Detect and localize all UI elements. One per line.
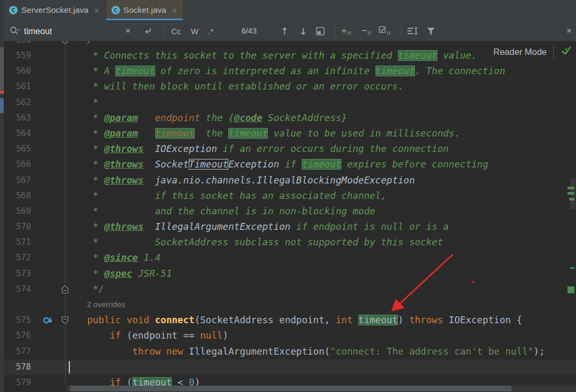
code-line-563[interactable]: 563 * @param endpoint the {@code SocketA… xyxy=(0,110,576,126)
line-number: 559 xyxy=(0,48,31,63)
code-line-561[interactable]: 561 * will then block until established … xyxy=(0,79,576,94)
line-number: 574 xyxy=(0,282,31,297)
code-text: * @throws IllegalArgumentException if en… xyxy=(65,219,449,235)
tab-close-icon[interactable]: × xyxy=(94,6,99,15)
search-options-icon[interactable] xyxy=(407,21,419,41)
code-text: public void connect(SocketAddress endpoi… xyxy=(65,313,522,328)
overridden-method-icon[interactable] xyxy=(43,316,54,325)
class-icon: C xyxy=(9,6,18,14)
regex-toggle[interactable]: .* xyxy=(208,21,213,41)
code-text: if (endpoint == null) xyxy=(65,328,228,343)
code-line-573[interactable]: 573 * @spec JSR-51 xyxy=(0,266,576,282)
code-text: throw new IllegalArgumentException("conn… xyxy=(65,344,545,359)
tab-close-icon[interactable]: × xyxy=(172,6,177,15)
toolbar-separator xyxy=(164,26,164,36)
stripe-match-mark[interactable] xyxy=(570,267,574,269)
reader-mode-label[interactable]: Reader Mode xyxy=(493,47,547,57)
code-line-565[interactable]: 565 * @throws IOException if an error oc… xyxy=(0,141,576,157)
code-line-576[interactable]: 576 if (endpoint == null) xyxy=(0,328,576,343)
code-text: * and the channel is in non-blocking mod… xyxy=(65,204,375,219)
stripe-match-mark[interactable] xyxy=(567,286,574,293)
toolbar-separator xyxy=(401,26,402,36)
horizontal-scrollbar[interactable] xyxy=(66,386,576,391)
line-number: 572 xyxy=(0,250,31,266)
line-number: 573 xyxy=(0,266,31,282)
next-occurrence-icon[interactable]: ↓ xyxy=(299,21,307,41)
tab-socket-java[interactable]: C Socket.java × xyxy=(106,0,184,20)
code-line-559[interactable]: 559 * Connects this socket to the server… xyxy=(0,48,576,63)
inlay-hint-row[interactable]: 2 overrides xyxy=(0,297,576,313)
code-line-574[interactable]: 574 */ xyxy=(0,282,576,297)
select-all-occurrences-icon[interactable]: II xyxy=(379,21,391,41)
stripe-match-mark[interactable] xyxy=(567,192,574,195)
left-stripe-selection-mark xyxy=(0,98,4,113)
search-input[interactable] xyxy=(23,21,121,42)
code-rows: 558 /**559 * Connects this socket to the… xyxy=(0,41,576,390)
code-text: * @throws java.nio.channels.IllegalBlock… xyxy=(65,173,415,188)
tab-serversocket-java[interactable]: C ServerSocket.java × xyxy=(4,0,106,20)
code-line-578[interactable]: 578 xyxy=(0,359,576,375)
open-in-find-window-icon[interactable] xyxy=(316,21,325,41)
line-number: 575 xyxy=(0,313,31,328)
line-number: 569 xyxy=(0,204,31,219)
search-icon[interactable] xyxy=(9,21,21,41)
code-line-566[interactable]: 566 * @throws SocketTimeoutException if … xyxy=(0,157,576,172)
line-number: 576 xyxy=(0,328,31,343)
code-text: * SocketAddress subclass not supported b… xyxy=(65,235,443,250)
stripe-match-mark[interactable] xyxy=(567,187,574,189)
code-text: * will then block until established or a… xyxy=(65,79,404,94)
tab-label: Socket.java xyxy=(124,5,166,15)
code-line-575[interactable]: 575 public void connect(SocketAddress en… xyxy=(0,313,576,328)
inspections-ok-icon[interactable] xyxy=(560,45,573,59)
code-text: * @spec JSR-51 xyxy=(65,266,172,282)
class-icon: C xyxy=(111,6,120,14)
code-line-564[interactable]: 564 * @param timeout the timeout value t… xyxy=(0,126,576,141)
stripe-match-mark[interactable] xyxy=(569,198,574,201)
newline-icon[interactable] xyxy=(142,21,153,41)
left-stripe-error-mark xyxy=(0,90,4,94)
code-line-569[interactable]: 569 * and the channel is in non-blocking… xyxy=(0,204,576,219)
code-line-570[interactable]: 570 * @throws IllegalArgumentException i… xyxy=(0,219,576,235)
left-stripe-thumb[interactable] xyxy=(0,47,4,90)
reader-mode-widget: Reader Mode xyxy=(493,45,574,59)
code-text: * Connects this socket to the server wit… xyxy=(65,48,477,63)
code-text: * @throws IOException if an error occurs… xyxy=(65,141,449,157)
code-line-572[interactable]: 572 * @since 1.4 xyxy=(0,250,576,266)
code-text: * @throws SocketTimeoutException if time… xyxy=(65,157,489,172)
line-number: 561 xyxy=(0,79,31,94)
line-number: 565 xyxy=(0,141,31,157)
whole-words-toggle[interactable]: W xyxy=(191,21,198,41)
code-text: * A timeout of zero is interpreted as an… xyxy=(65,63,505,79)
code-line-568[interactable]: 568 * if this socket has an associated c… xyxy=(0,188,576,204)
clear-search-icon[interactable]: × xyxy=(125,21,131,41)
code-text: * xyxy=(65,95,99,110)
remove-occurrence-icon[interactable]: −II xyxy=(362,21,372,41)
toolbar-separator xyxy=(335,26,335,36)
line-number: 577 xyxy=(0,344,31,359)
text-caret xyxy=(69,361,70,373)
code-line-571[interactable]: 571 * SocketAddress subclass not support… xyxy=(0,235,576,250)
code-text: * @since 1.4 xyxy=(65,250,161,266)
code-text: */ xyxy=(65,282,104,297)
tab-label: ServerSocket.java xyxy=(21,5,89,15)
filter-icon[interactable] xyxy=(427,21,435,41)
left-edge-stripe xyxy=(0,0,4,392)
line-number: 579 xyxy=(0,375,31,390)
code-line-567[interactable]: 567 * @throws java.nio.channels.IllegalB… xyxy=(0,173,576,188)
match-case-toggle[interactable]: Cc xyxy=(171,21,181,41)
code-editor[interactable]: 558 /**559 * Connects this socket to the… xyxy=(0,41,576,392)
line-number: 566 xyxy=(0,157,31,172)
code-line-577[interactable]: 577 throw new IllegalArgumentException("… xyxy=(0,344,576,359)
line-number: 564 xyxy=(0,126,31,141)
code-text: * if this socket has an associated chann… xyxy=(65,188,387,204)
line-number: 578 xyxy=(0,359,31,375)
ide-window: C ServerSocket.java × C Socket.java × × … xyxy=(0,0,576,392)
add-occurrence-icon[interactable]: +II xyxy=(341,21,351,41)
close-search-icon[interactable]: × xyxy=(566,21,572,41)
code-line-560[interactable]: 560 * A timeout of zero is interpreted a… xyxy=(0,63,576,79)
code-line-562[interactable]: 562 * xyxy=(0,95,576,110)
previous-occurrence-icon[interactable]: ↑ xyxy=(281,21,289,41)
horizontal-scrollbar-thumb[interactable] xyxy=(70,386,511,391)
overrides-inlay-hint[interactable]: 2 overrides xyxy=(87,297,125,313)
line-number: 568 xyxy=(0,188,31,204)
